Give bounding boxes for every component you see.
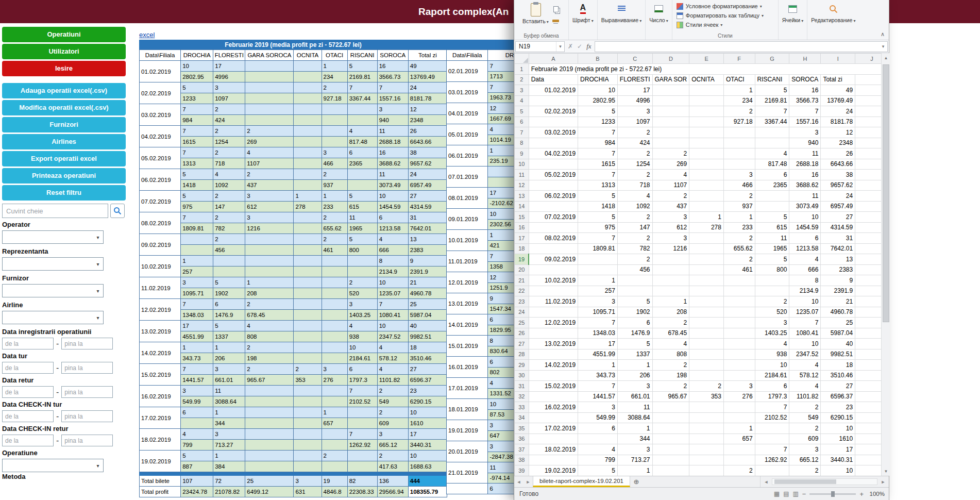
row-header[interactable]: 13 — [515, 191, 529, 202]
row-header[interactable]: 38 — [515, 455, 529, 465]
grid-cell[interactable]: 7 — [789, 318, 821, 328]
grid-cell[interactable]: 343.73 — [578, 370, 618, 381]
grid-cell[interactable] — [652, 423, 689, 434]
grid-cell[interactable] — [689, 64, 724, 75]
zoom-thumb[interactable] — [831, 491, 835, 497]
grid-cell[interactable]: 7 — [578, 381, 618, 392]
grid-cell[interactable] — [578, 434, 618, 444]
row-header[interactable]: 28 — [515, 349, 529, 360]
grid-cell[interactable] — [529, 286, 578, 296]
sidebar-action-button[interactable]: Reset filtru — [2, 185, 126, 201]
grid-cell[interactable]: 2 — [617, 233, 652, 244]
grid-cell[interactable]: 456 — [617, 264, 652, 275]
zoom-in-icon[interactable]: + — [859, 490, 864, 498]
excel-export-link[interactable]: excel — [139, 31, 155, 39]
grid-cell[interactable] — [723, 318, 755, 328]
row-header[interactable]: 25 — [515, 318, 529, 328]
filter-combobox[interactable]: ▾ — [2, 257, 104, 271]
grid-cell[interactable]: 11 — [755, 233, 789, 244]
row-header[interactable]: 21 — [515, 275, 529, 286]
grid-cell[interactable] — [723, 275, 755, 286]
grid-cell[interactable] — [689, 159, 724, 170]
row-header[interactable]: 37 — [515, 444, 529, 455]
grid-cell[interactable] — [789, 64, 821, 75]
grid-cell[interactable]: 16.02.2019 — [529, 402, 578, 413]
grid-cell[interactable]: 7642.01 — [821, 243, 855, 254]
grid-cell[interactable]: 3 — [617, 444, 652, 455]
grid-cell[interactable]: 6596.37 — [821, 391, 855, 402]
grid-cell[interactable]: 10 — [789, 212, 821, 223]
grid-cell[interactable]: 2383 — [821, 264, 855, 275]
cell-styles-button[interactable]: Стили ячеек▾ — [677, 20, 776, 29]
grid-cell[interactable]: 5 — [755, 254, 789, 265]
grid-cell[interactable]: 49 — [821, 85, 855, 96]
grid-cell[interactable] — [529, 434, 578, 444]
grid-cell[interactable]: 06.02.2019 — [529, 191, 578, 202]
grid-cell[interactable]: 2 — [723, 465, 755, 476]
grid-cell[interactable] — [755, 465, 789, 476]
grid-cell[interactable]: 10 — [789, 339, 821, 349]
grid-cell[interactable] — [652, 116, 689, 127]
grid-cell[interactable]: 4551.99 — [578, 349, 618, 360]
grid-cell[interactable] — [689, 434, 724, 444]
collapse-ribbon-icon[interactable]: ∧ — [881, 31, 885, 38]
grid-cell[interactable] — [689, 180, 724, 191]
grid-cell[interactable]: 13 — [821, 254, 855, 265]
grid-cell[interactable]: 7 — [578, 233, 618, 244]
grid-cell[interactable] — [689, 423, 724, 434]
grid-cell[interactable]: 1615 — [578, 159, 618, 170]
page-break-view-icon[interactable]: ▥ — [792, 490, 798, 497]
grid-cell[interactable]: 4 — [789, 360, 821, 371]
grid-cell[interactable]: 666 — [789, 264, 821, 275]
grid-cell[interactable]: 25 — [821, 318, 855, 328]
row-header[interactable]: 36 — [515, 434, 529, 444]
grid-cell[interactable] — [689, 444, 724, 455]
grid-cell[interactable] — [723, 138, 755, 148]
formula-input[interactable]: ▾ — [595, 41, 888, 52]
grid-cell[interactable]: 19.02.2019 — [529, 465, 578, 476]
grid-cell[interactable] — [529, 391, 578, 402]
grid-cell[interactable]: 6 — [578, 423, 618, 434]
date-to-input[interactable] — [61, 410, 113, 422]
grid-cell[interactable]: 278 — [689, 222, 724, 233]
grid-cell[interactable]: 3 — [755, 318, 789, 328]
grid-cell[interactable]: 276 — [723, 391, 755, 402]
row-header[interactable]: 27 — [515, 339, 529, 349]
grid-cell[interactable]: 5 — [617, 339, 652, 349]
grid-cell[interactable]: 9 — [821, 275, 855, 286]
grid-cell[interactable]: 2134.9 — [789, 286, 821, 296]
row-header[interactable]: 34 — [515, 412, 529, 423]
grid-cell[interactable] — [755, 64, 789, 75]
grid-cell[interactable]: 2184.61 — [755, 370, 789, 381]
grid-cell[interactable] — [689, 360, 724, 371]
row-header[interactable]: 10 — [515, 159, 529, 170]
row-header[interactable]: 7 — [515, 127, 529, 138]
grid-cell[interactable] — [723, 64, 755, 75]
grid-cell[interactable]: 10 — [821, 465, 855, 476]
grid-cell[interactable] — [529, 95, 578, 106]
zoom-out-icon[interactable]: − — [802, 490, 806, 498]
grid-cell[interactable]: 1107 — [652, 180, 689, 191]
grid-cell[interactable]: 4314.59 — [821, 222, 855, 233]
grid-cell[interactable] — [689, 233, 724, 244]
grid-cell[interactable] — [689, 286, 724, 296]
grid-cell[interactable]: 11 — [789, 148, 821, 159]
hscroll-track[interactable] — [772, 478, 877, 485]
grid-cell[interactable]: 2347.52 — [789, 349, 821, 360]
row-header[interactable]: 11 — [515, 170, 529, 180]
grid-cell[interactable]: 965.67 — [652, 391, 689, 402]
grid-cell[interactable]: 5 — [578, 191, 618, 202]
grid-cell[interactable]: 2365 — [755, 180, 789, 191]
grid-cell[interactable]: 2688.18 — [789, 159, 821, 170]
grid-cell[interactable]: 938 — [755, 349, 789, 360]
grid-cell[interactable]: 3 — [723, 170, 755, 180]
grid-cell[interactable]: 9657.62 — [821, 180, 855, 191]
grid-cell[interactable]: 3 — [652, 233, 689, 244]
grid-cell[interactable] — [689, 85, 724, 96]
grid-cell[interactable]: 615 — [755, 222, 789, 233]
copy-button[interactable] — [550, 4, 562, 14]
grid-cell[interactable] — [617, 286, 652, 296]
grid-cell[interactable]: 612 — [652, 222, 689, 233]
row-header[interactable]: 26 — [515, 328, 529, 339]
grid-cell[interactable]: 6 — [755, 170, 789, 180]
